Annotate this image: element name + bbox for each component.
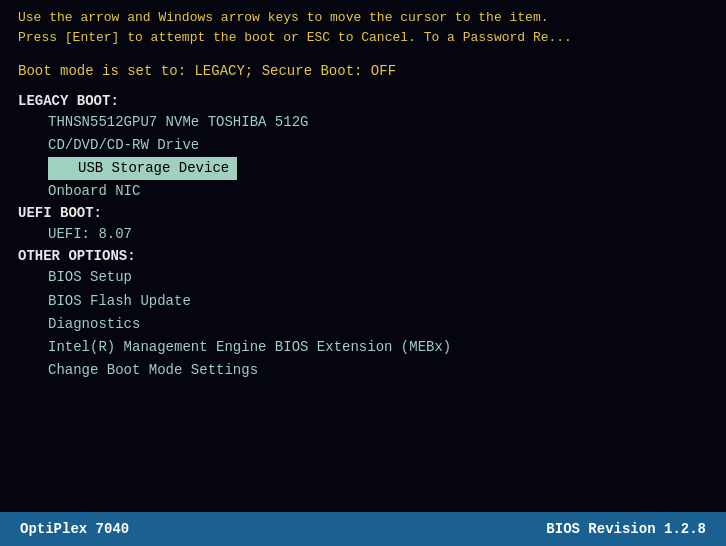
footer-model: OptiPlex 7040 <box>20 521 129 537</box>
legacy-boot-section: LEGACY BOOT: THNSN5512GPU7 NVMe TOSHIBA … <box>18 93 708 203</box>
top-banner: Use the arrow and Windows arrow keys to … <box>0 0 726 53</box>
footer-bar: OptiPlex 7040 BIOS Revision 1.2.8 <box>0 512 726 546</box>
list-item[interactable]: Intel(R) Management Engine BIOS Extensio… <box>18 336 708 359</box>
list-item[interactable]: BIOS Setup <box>18 266 708 289</box>
other-item-0[interactable]: BIOS Setup <box>18 269 132 285</box>
legacy-boot-header: LEGACY BOOT: <box>18 93 708 109</box>
list-item[interactable]: BIOS Flash Update <box>18 290 708 313</box>
other-options-section: OTHER OPTIONS: BIOS Setup BIOS Flash Upd… <box>18 248 708 381</box>
list-item[interactable]: CD/DVD/CD-RW Drive <box>18 134 708 157</box>
other-options-header: OTHER OPTIONS: <box>18 248 708 264</box>
legacy-boot-item-0[interactable]: THNSN5512GPU7 NVMe TOSHIBA 512G <box>18 114 308 130</box>
footer-bios-version: BIOS Revision 1.2.8 <box>546 521 706 537</box>
list-item[interactable]: THNSN5512GPU7 NVMe TOSHIBA 512G <box>18 111 708 134</box>
list-item[interactable]: Diagnostics <box>18 313 708 336</box>
list-item[interactable]: USB Storage Device <box>18 157 708 180</box>
banner-line2: Press [Enter] to attempt the boot or ESC… <box>18 28 708 48</box>
legacy-boot-item-1[interactable]: CD/DVD/CD-RW Drive <box>18 137 199 153</box>
list-item[interactable]: Onboard NIC <box>18 180 708 203</box>
other-item-1[interactable]: BIOS Flash Update <box>18 293 191 309</box>
uefi-boot-section: UEFI BOOT: UEFI: 8.07 <box>18 205 708 246</box>
other-item-2[interactable]: Diagnostics <box>18 316 140 332</box>
legacy-boot-item-selected[interactable]: USB Storage Device <box>48 157 237 179</box>
banner-line1: Use the arrow and Windows arrow keys to … <box>18 8 708 28</box>
bios-screen: Use the arrow and Windows arrow keys to … <box>0 0 726 546</box>
uefi-boot-item-0[interactable]: UEFI: 8.07 <box>18 226 132 242</box>
list-item[interactable]: UEFI: 8.07 <box>18 223 708 246</box>
legacy-boot-item-3[interactable]: Onboard NIC <box>18 183 140 199</box>
list-item[interactable]: Change Boot Mode Settings <box>18 359 708 382</box>
uefi-boot-header: UEFI BOOT: <box>18 205 708 221</box>
other-item-3[interactable]: Intel(R) Management Engine BIOS Extensio… <box>18 339 451 355</box>
boot-mode-line: Boot mode is set to: LEGACY; Secure Boot… <box>18 63 708 79</box>
other-item-4[interactable]: Change Boot Mode Settings <box>18 362 258 378</box>
main-content: Boot mode is set to: LEGACY; Secure Boot… <box>0 53 726 390</box>
